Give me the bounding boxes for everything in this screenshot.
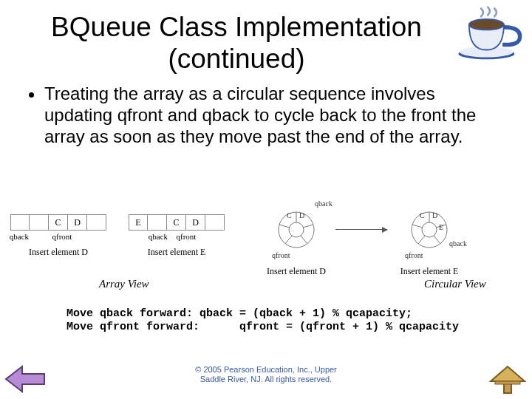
- array-view-1: C D qback qfront Insert element D: [10, 214, 106, 258]
- caption-insert-d: Insert element D: [256, 266, 337, 277]
- svg-line-9: [279, 225, 290, 228]
- caption-insert-e: Insert element E: [129, 247, 225, 258]
- label-qback: qback: [315, 200, 332, 208]
- arrow-icon: [335, 229, 387, 230]
- svg-marker-17: [6, 366, 44, 392]
- svg-line-6: [303, 225, 313, 228]
- svg-point-2: [469, 19, 504, 30]
- caption-insert-e: Insert element E: [389, 266, 470, 277]
- svg-rect-20: [495, 381, 520, 384]
- label-array-view: Array View: [99, 278, 149, 290]
- label-qfront: qfront: [405, 251, 423, 259]
- seg-d: D: [299, 211, 304, 219]
- svg-line-8: [285, 236, 292, 244]
- svg-line-7: [301, 236, 307, 244]
- circular-view-2: D E C qback qfront Insert element E: [409, 210, 470, 277]
- label-qfront: qfront: [47, 232, 77, 241]
- title-line-1: BQueue Class Implementation: [51, 12, 422, 42]
- svg-line-15: [418, 236, 425, 244]
- cell: C: [167, 214, 186, 231]
- cell: C: [49, 214, 68, 231]
- coffee-cup-icon: [455, 4, 523, 61]
- prev-slide-button[interactable]: [4, 364, 46, 395]
- svg-point-4: [289, 222, 304, 237]
- seg-c: C: [287, 211, 292, 219]
- diagram: C D qback qfront Insert element D E C D: [10, 207, 522, 296]
- svg-marker-19: [491, 366, 525, 381]
- circular-view-1: D C qback qfront Insert element D: [276, 210, 337, 277]
- array-view-2: E C D qback qfront Insert element E: [129, 214, 225, 258]
- label-qfront: qfront: [171, 232, 201, 241]
- seg-d: D: [432, 211, 437, 219]
- bullet-1: Treating the array as a circular sequenc…: [44, 83, 505, 147]
- svg-line-16: [412, 225, 423, 228]
- cell: [205, 214, 225, 231]
- copyright-footer: © 2005 Pearson Education, Inc., Upper Sa…: [0, 365, 532, 384]
- cell: D: [68, 214, 87, 231]
- next-slide-button[interactable]: [486, 364, 528, 395]
- slide-title: BQueue Class Implementation (continued): [0, 0, 532, 75]
- label-qback: qback: [4, 232, 34, 241]
- body-text: Treating the array as a circular sequenc…: [0, 75, 532, 147]
- footer-line-2: Saddle River, NJ. All rights reserved.: [200, 375, 332, 383]
- title-line-2: (continued): [168, 44, 304, 74]
- svg-point-11: [422, 222, 437, 237]
- caption-insert-d: Insert element D: [10, 247, 106, 258]
- label-circular-view: Circular View: [424, 278, 486, 290]
- slide: BQueue Class Implementation (continued) …: [0, 0, 532, 399]
- svg-line-14: [434, 236, 440, 244]
- footer-line-1: © 2005 Pearson Education, Inc., Upper: [195, 365, 337, 374]
- cell: [10, 214, 30, 231]
- label-qback: qback: [449, 239, 467, 248]
- cell: [30, 214, 49, 231]
- code-block: Move qback forward: qback = (qback + 1) …: [66, 307, 532, 334]
- label-qfront: qfront: [272, 251, 290, 259]
- seg-e: E: [439, 223, 443, 231]
- cell: [148, 214, 167, 231]
- label-qback: qback: [145, 232, 171, 241]
- seg-c: C: [420, 211, 425, 219]
- cell: D: [186, 214, 205, 231]
- cell: E: [129, 214, 148, 231]
- code-line-1: Move qback forward: qback = (qback + 1) …: [66, 307, 412, 320]
- cell: [87, 214, 106, 231]
- code-line-2: Move qfront forward: qfront = (qfront + …: [66, 321, 459, 333]
